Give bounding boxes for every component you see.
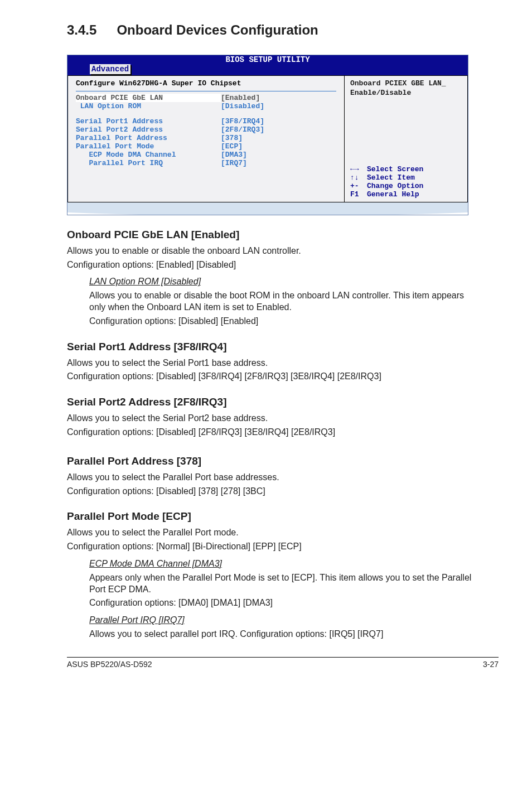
body-text: Allows you to select the Serial Port1 ba…: [67, 357, 499, 369]
bios-panel: BIOS SETUP UTILITY Advanced Configure Wi…: [67, 55, 468, 215]
body-text: Allows you to select the Parallel Port m…: [67, 527, 499, 539]
setting-label: Parallel Port Mode: [76, 142, 221, 151]
setting-label: Serial Port2 Address: [76, 125, 221, 134]
bios-pane-title: Configure Win627DHG-A Super IO Chipset: [76, 79, 336, 88]
help-text-line: Enable/Disable: [350, 89, 462, 98]
setting-label: LAN Option ROM: [76, 102, 221, 110]
legend-general-help: F1General Help: [350, 190, 462, 199]
legend-select-item: ↑↓Select Item: [350, 173, 462, 182]
setting-value: [2F8/IRQ3]: [221, 125, 264, 134]
help-text-line: Onboard PCIEX GBE LAN_: [350, 79, 462, 89]
subsection-heading: Parallel Port Address [378]: [67, 455, 499, 467]
setting-label: Parallel Port IRQ: [76, 159, 221, 167]
setting-lan-option-rom[interactable]: LAN Option ROM [Disabled]: [76, 102, 336, 110]
updown-arrows-icon: ↑↓: [350, 173, 367, 182]
leftright-arrows-icon: ←→: [350, 165, 367, 173]
setting-serial-port2-address[interactable]: Serial Port2 Address [2F8/IRQ3]: [76, 125, 336, 134]
legend-label: Select Item: [367, 173, 415, 182]
advanced-tab[interactable]: Advanced: [90, 64, 130, 74]
body-text: Allows you to select the Parallel Port b…: [67, 472, 499, 484]
setting-parallel-port-address[interactable]: Parallel Port Address [378]: [76, 134, 336, 142]
plusminus-icon: +-: [350, 182, 367, 190]
f1-key-icon: F1: [350, 190, 367, 199]
footer-page-number: 3-27: [483, 660, 499, 669]
body-text: Configuration options: [DMA0] [DMA1] [DM…: [89, 597, 476, 609]
section-number: 3.4.5: [67, 22, 96, 38]
subsection-heading: Parallel Port Mode [ECP]: [67, 510, 499, 523]
legend-change-option: +-Change Option: [350, 182, 462, 190]
legend-label: General Help: [367, 190, 419, 199]
key-legend: ←→Select Screen ↑↓Select Item +-Change O…: [350, 165, 462, 199]
setting-label: Parallel Port Address: [76, 134, 221, 142]
subsection-heading: Serial Port2 Address [2F8/IRQ3]: [67, 396, 499, 408]
legend-label: Select Screen: [367, 165, 423, 173]
setting-value: [Enabled]: [221, 94, 260, 102]
sub-option-heading: ECP Mode DMA Channel [DMA3]: [89, 558, 476, 570]
divider: [76, 91, 336, 91]
subsection-heading: Onboard PCIE GbE LAN [Enabled]: [67, 229, 499, 241]
body-text: Allows you to enable or disable the boot…: [89, 290, 476, 313]
page-footer: ASUS BP5220/AS-D592 3-27: [67, 658, 499, 669]
setting-serial-port1-address[interactable]: Serial Port1 Address [3F8/IRQ4]: [76, 117, 336, 125]
body-text: Configuration options: [Normal] [Bi-Dire…: [67, 541, 499, 553]
sub-option-heading: LAN Option ROM [Disabled]: [89, 276, 476, 288]
setting-ecp-mode-dma-channel[interactable]: ECP Mode DMA Channel [DMA3]: [76, 151, 336, 159]
body-text: Configuration options: [Enabled] [Disabl…: [67, 259, 499, 271]
legend-select-screen: ←→Select Screen: [350, 165, 462, 173]
setting-value: [3F8/IRQ4]: [221, 117, 264, 125]
body-text: Configuration options: [Disabled] [378] …: [67, 486, 499, 497]
setting-value: [Disabled]: [221, 102, 264, 110]
setting-value: [IRQ7]: [221, 159, 247, 167]
setting-onboard-pcie-gbe-lan[interactable]: Onboard PCIE GbE LAN [Enabled]: [76, 94, 336, 102]
setting-label: Onboard PCIE GbE LAN: [76, 94, 221, 102]
section-heading: 3.4.5Onboard Devices Configuration: [67, 22, 499, 38]
bios-settings-pane: Configure Win627DHG-A Super IO Chipset O…: [67, 75, 344, 202]
body-text: Allows you to select the Serial Port2 ba…: [67, 413, 499, 424]
bios-tab-row: Advanced: [67, 64, 468, 75]
setting-parallel-port-irq[interactable]: Parallel Port IRQ [IRQ7]: [76, 159, 336, 167]
sub-option-heading: Parallel Port IRQ [IRQ7]: [89, 615, 476, 626]
legend-label: Change Option: [367, 182, 423, 190]
section-title: Onboard Devices Configuration: [117, 22, 318, 37]
setting-label: Serial Port1 Address: [76, 117, 221, 125]
body-text: Configuration options: [Disabled] [3F8/I…: [67, 371, 499, 383]
setting-value: [ECP]: [221, 142, 243, 151]
body-text: Allows you to select parallel port IRQ. …: [89, 629, 476, 640]
body-text: Configuration options: [Disabled] [2F8/I…: [67, 427, 499, 438]
setting-value: [DMA3]: [221, 151, 247, 159]
body-text: Appears only when the Parallel Port Mode…: [89, 572, 476, 596]
setting-parallel-port-mode[interactable]: Parallel Port Mode [ECP]: [76, 142, 336, 151]
panel-bottom-curve: [67, 202, 468, 215]
body-text: Configuration options: [Disabled] [Enabl…: [89, 316, 476, 327]
bios-title: BIOS SETUP UTILITY: [67, 55, 468, 64]
footer-product: ASUS BP5220/AS-D592: [67, 660, 152, 669]
setting-label: ECP Mode DMA Channel: [76, 151, 221, 159]
setting-value: [378]: [221, 134, 243, 142]
body-text: Allows you to enable or disable the onbo…: [67, 245, 499, 257]
bios-help-pane: Onboard PCIEX GBE LAN_ Enable/Disable ←→…: [344, 75, 468, 202]
subsection-heading: Serial Port1 Address [3F8/IRQ4]: [67, 341, 499, 353]
